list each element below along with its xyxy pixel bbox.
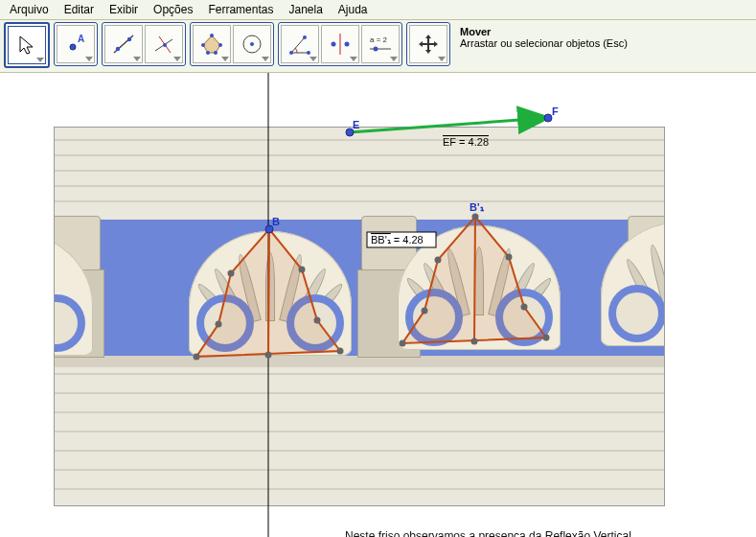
svg-point-8 (210, 34, 214, 37)
dropdown-caret-icon (262, 57, 269, 61)
svg-point-16 (307, 51, 310, 55)
tool-help: Mover Arrastar ou selecionar objetos (Es… (454, 22, 633, 53)
polygon-vertex[interactable] (194, 354, 200, 361)
point-F[interactable] (544, 114, 552, 122)
dropdown-caret-icon (438, 57, 446, 61)
svg-point-11 (206, 51, 210, 55)
polygon-tool-button[interactable] (193, 25, 231, 63)
cursor-icon (16, 35, 37, 56)
toolbar: A (0, 20, 756, 73)
svg-point-12 (201, 43, 205, 47)
svg-point-17 (303, 35, 307, 39)
dropdown-caret-icon (173, 57, 181, 61)
polygon-vertex[interactable] (299, 267, 306, 273)
slider-icon: a = 2 (364, 32, 397, 57)
dropdown-caret-icon (390, 57, 398, 61)
polygon-vertex[interactable] (228, 270, 235, 277)
tool-group-measure: a = 2 (278, 22, 402, 66)
menu-ajuda[interactable]: Ajuda (332, 2, 374, 17)
dropdown-caret-icon (36, 58, 44, 62)
svg-point-14 (250, 42, 254, 46)
geometry-overlay: E F EF = 4.28 BB'₁ = 4.28 B B'₁ (0, 73, 756, 537)
svg-line-27 (474, 217, 475, 341)
line-tool-button[interactable] (104, 25, 143, 63)
slider-label-text: a = 2 (370, 35, 388, 44)
move-arrows-icon (416, 32, 441, 57)
menu-editar[interactable]: Editar (58, 2, 100, 17)
perpendicular-tool-button[interactable] (145, 25, 183, 63)
svg-point-10 (214, 51, 218, 55)
svg-point-6 (163, 43, 167, 47)
svg-line-25 (268, 229, 269, 355)
vector-EF[interactable] (350, 118, 546, 132)
angle-tool-button[interactable] (281, 25, 319, 63)
polygon-vertex[interactable] (216, 321, 222, 328)
slider-tool-button[interactable]: a = 2 (361, 25, 400, 63)
polygon-vertex[interactable] (422, 308, 428, 315)
point-icon: A (63, 32, 88, 57)
dropdown-caret-icon (133, 57, 141, 61)
dropdown-caret-icon (309, 57, 317, 61)
polygon-vertex[interactable] (471, 339, 478, 345)
graphics-view[interactable]: E F EF = 4.28 BB'₁ = 4.28 B B'₁ (0, 73, 756, 537)
polygon-vertex[interactable] (400, 340, 406, 347)
svg-point-19 (332, 42, 336, 47)
menu-opcoes[interactable]: Opções (148, 2, 198, 17)
label-E: E (353, 119, 359, 130)
polygon-icon (199, 32, 224, 57)
caption-line1: Neste friso observamos a presença da Ref… (345, 529, 631, 537)
svg-point-22 (374, 47, 378, 52)
tool-help-title: Mover (460, 26, 628, 37)
angle-icon (287, 32, 312, 57)
menu-arquivo[interactable]: Arquivo (4, 2, 55, 17)
reflect-icon (328, 32, 353, 57)
reflect-tool-button[interactable] (321, 25, 359, 63)
svg-point-15 (289, 51, 293, 55)
dropdown-caret-icon (85, 57, 93, 61)
tool-help-text: Arrastar ou selecionar objetos (Esc) (460, 37, 628, 49)
label-B1: B'₁ (470, 201, 485, 213)
tool-group-lines (102, 22, 186, 66)
svg-point-3 (127, 37, 131, 41)
svg-point-9 (218, 43, 222, 47)
svg-point-0 (70, 44, 76, 50)
polygon-vertex[interactable] (521, 304, 528, 311)
polygon-vertex[interactable] (506, 254, 513, 261)
point-tool-button[interactable]: A (57, 25, 95, 63)
label-BB1-measure: BB'₁ = 4.28 (371, 234, 424, 245)
tool-group-point: A (54, 22, 98, 66)
polygon-left[interactable] (196, 229, 340, 357)
svg-marker-7 (203, 35, 220, 53)
tool-group-view (406, 22, 450, 66)
tool-group-polygon (190, 22, 274, 66)
move-view-tool-button[interactable] (409, 25, 447, 63)
point-a-label: A (78, 34, 84, 44)
menu-exibir[interactable]: Exibir (103, 2, 144, 17)
polygon-vertex[interactable] (543, 335, 550, 341)
svg-point-20 (345, 42, 350, 47)
menu-ferramentas[interactable]: Ferramentas (202, 2, 279, 17)
point-B1[interactable] (472, 214, 479, 221)
circle-tool-button[interactable] (233, 25, 271, 63)
svg-point-2 (116, 47, 120, 51)
tool-group-move (4, 22, 50, 68)
label-EF-measure: EF = 4.28 (443, 136, 489, 148)
line-icon (111, 32, 136, 57)
menubar: Arquivo Editar Exibir Opções Ferramentas… (0, 0, 756, 20)
dropdown-caret-icon (221, 57, 229, 61)
circle-icon (240, 32, 264, 57)
polygon-vertex[interactable] (337, 348, 344, 355)
dropdown-caret-icon (350, 57, 357, 61)
polygon-vertex[interactable] (435, 257, 442, 264)
polygon-vertex[interactable] (314, 317, 321, 324)
move-tool-button[interactable] (8, 26, 46, 64)
perpendicular-icon (151, 32, 176, 57)
polygon-vertex[interactable] (265, 352, 272, 359)
menu-janela[interactable]: Janela (283, 2, 328, 17)
label-B: B (272, 216, 280, 227)
label-F: F (552, 105, 559, 117)
